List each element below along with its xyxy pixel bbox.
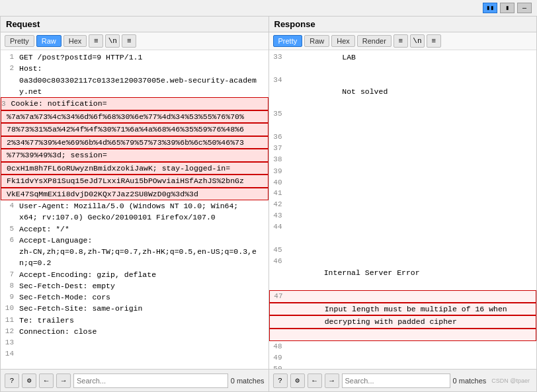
- request-header: Request: [1, 17, 268, 32]
- request-forward-btn[interactable]: →: [56, 373, 71, 388]
- request-back-btn[interactable]: ←: [39, 373, 54, 388]
- line-content: [288, 154, 537, 165]
- table-row: 2%34%77%39%4e%69%6b%4d%65%79%57%73%39%6b…: [1, 136, 268, 149]
- request-help-btn[interactable]: ?: [5, 373, 19, 388]
- line-number: 7: [1, 269, 19, 280]
- line-number: [1, 246, 19, 257]
- table-row: 36: [269, 132, 537, 143]
- table-row: 9Sec-Fetch-Mode: cors: [1, 292, 268, 303]
- table-row: 41: [269, 188, 537, 199]
- line-number: 49: [269, 352, 288, 364]
- line-content: [288, 63, 537, 74]
- line-number: [269, 86, 288, 97]
- line-content: decrypting with padded cipher: [288, 316, 536, 327]
- table-row: [269, 233, 537, 245]
- response-forward-btn[interactable]: →: [325, 373, 339, 388]
- line-number: [270, 316, 288, 327]
- response-raw-btn[interactable]: Raw: [304, 35, 329, 47]
- line-number: 47: [270, 291, 288, 302]
- split-view-btn[interactable]: ▮▮: [483, 3, 497, 13]
- line-number: [1, 165, 7, 173]
- response-settings-btn[interactable]: ⚙: [290, 373, 305, 388]
- line-content: [288, 364, 537, 369]
- line-content: 78%73%31%5a%42%4f%4f%30%71%6a%4a%68%46%3…: [7, 125, 244, 134]
- line-number: [1, 75, 19, 86]
- request-menu-icon[interactable]: ≡: [122, 34, 136, 48]
- table-row: 12Connection: close: [1, 326, 268, 337]
- request-panel: Request Pretty Raw Hex ≡ \n ≡ 1GET /post…: [0, 16, 269, 392]
- table-row: [269, 279, 537, 290]
- table-row: 45: [269, 245, 537, 256]
- line-content: [288, 166, 537, 177]
- line-number: [269, 279, 288, 290]
- table-row: 44: [269, 221, 537, 233]
- line-number: [1, 86, 19, 97]
- line-content: [288, 177, 537, 188]
- table-row: %77%39%49%3d; session=: [1, 149, 268, 162]
- line-content: [288, 132, 537, 143]
- table-row: 5Accept: */*: [1, 223, 268, 235]
- single-view-btn[interactable]: ▮: [500, 3, 515, 13]
- request-toolbar: Pretty Raw Hex ≡ \n ≡: [1, 32, 268, 50]
- line-number: 2: [1, 63, 19, 74]
- response-help-btn[interactable]: ?: [273, 373, 288, 388]
- table-row: 2Host:: [1, 63, 268, 74]
- line-content: Internal Server Error: [288, 267, 537, 278]
- request-pretty-btn[interactable]: Pretty: [5, 35, 34, 47]
- line-number: 1: [1, 52, 19, 63]
- line-number: 40: [269, 177, 288, 188]
- response-hex-btn[interactable]: Hex: [331, 35, 355, 47]
- line-content: Input length must be multiple of 16 when: [288, 303, 536, 315]
- line-content: Sec-Fetch-Dest: empty: [19, 280, 268, 292]
- line-number: [1, 212, 19, 223]
- table-row: 11Te: trailers: [1, 315, 268, 326]
- table-row: 35: [269, 108, 537, 120]
- table-row: 42: [269, 199, 537, 210]
- minimize-btn[interactable]: —: [517, 3, 532, 13]
- table-row: [269, 63, 537, 74]
- table-row: 0a3d00c803302117c0133e120037005e.web-sec…: [1, 75, 268, 86]
- line-content: Connection: close: [19, 326, 268, 337]
- request-search-input[interactable]: [73, 373, 228, 388]
- table-row: 10Sec-Fetch-Site: same-origin: [1, 303, 268, 314]
- line-content: [288, 233, 537, 245]
- line-content: LAB: [288, 52, 537, 63]
- line-number: [269, 63, 288, 74]
- table-row: Input length must be multiple of 16 when: [269, 303, 537, 315]
- response-menu-icon[interactable]: ≡: [427, 34, 441, 48]
- line-content: 2%34%77%39%4e%69%6b%4d%65%79%57%73%39%6b…: [7, 138, 244, 147]
- line-content: y.net: [19, 86, 268, 97]
- table-row: zh-CN,zh;q=0.8,zh-TW;q=0.7,zh-HK;q=0.5,e…: [1, 246, 268, 257]
- line-number: 5: [1, 223, 19, 235]
- response-special1-icon[interactable]: ≡: [393, 34, 408, 48]
- request-code-area[interactable]: 1GET /post?postId=9 HTTP/1.12Host:0a3d00…: [1, 50, 268, 369]
- line-number: [1, 151, 7, 159]
- response-code-area[interactable]: 33 LAB 34 Not solved 35 36 37 38 39 4041…: [269, 50, 537, 369]
- line-number: [270, 329, 288, 340]
- response-search-input[interactable]: [342, 373, 450, 388]
- response-pretty-btn[interactable]: Pretty: [273, 35, 303, 47]
- line-number: 12: [1, 326, 19, 337]
- response-back-btn[interactable]: ←: [308, 373, 322, 388]
- line-number: 10: [1, 303, 19, 314]
- request-special1-icon[interactable]: ≡: [89, 34, 103, 48]
- line-content: Fk11dvYsXP81Suq15eJd7LxxiRAu15bPOwviaiHS…: [7, 176, 244, 185]
- request-matches: 0 matches: [231, 377, 265, 385]
- line-content: Accept-Language:: [19, 235, 268, 246]
- request-newline-icon[interactable]: \n: [105, 34, 120, 48]
- request-settings-btn[interactable]: ⚙: [22, 373, 36, 388]
- line-number: 8: [1, 280, 19, 292]
- response-newline-icon[interactable]: \n: [410, 34, 425, 48]
- line-number: 41: [269, 188, 288, 199]
- table-row: [269, 97, 537, 108]
- response-render-btn[interactable]: Render: [357, 35, 392, 47]
- table-row: 8Sec-Fetch-Dest: empty: [1, 280, 268, 292]
- line-content: %77%39%49%3d; session=: [7, 151, 107, 159]
- table-row: 3Cookie: notification=: [1, 97, 268, 110]
- line-number: [1, 113, 7, 121]
- line-content: n;q=0.2: [19, 257, 268, 268]
- request-raw-btn[interactable]: Raw: [36, 35, 62, 47]
- line-content: Accept-Encoding: gzip, deflate: [19, 269, 268, 280]
- request-hex-btn[interactable]: Hex: [63, 35, 87, 47]
- line-content: VkE47SqMmEX1i8dvjD02KQx7Jaz2SU8WzD0g%3d%…: [7, 190, 198, 198]
